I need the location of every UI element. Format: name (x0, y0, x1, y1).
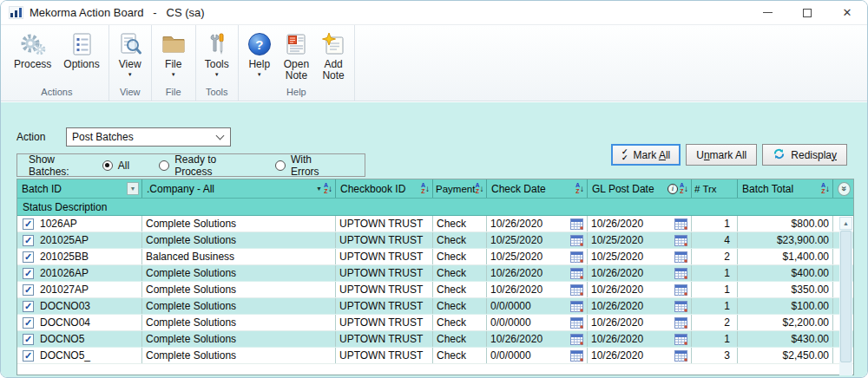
calendar-icon[interactable] (570, 235, 583, 246)
help-label: Help (248, 59, 270, 70)
redisplay-button[interactable]: Redisplay (762, 144, 847, 166)
ribbon-group-help: ? Help ▼ OpenNote (239, 25, 355, 101)
options-button[interactable]: Options (57, 25, 105, 84)
checkbook-cell: UPTOWN TRUST (336, 216, 433, 231)
status-description-row: Status Description (17, 199, 853, 216)
help-button[interactable]: ? Help ▼ (241, 25, 278, 84)
vertical-scrollbar[interactable]: ▲ (839, 217, 852, 375)
trx-cell: 1 (692, 298, 738, 314)
unmark-all-label: Unmark All (696, 149, 746, 161)
row-checkbox[interactable]: ✓ (23, 350, 34, 362)
row-checkbox[interactable]: ✓ (23, 317, 34, 329)
maximize-button[interactable] (787, 1, 827, 24)
calendar-icon[interactable] (570, 334, 583, 345)
table-row[interactable]: ✓DOCNO03Complete SolutionsUPTOWN TRUSTCh… (17, 298, 853, 315)
column-header-batch-total[interactable]: Batch Total AZ↓ (738, 179, 833, 198)
company-cell: Complete Solutions (142, 232, 336, 248)
column-header-check-date[interactable]: Check Date AZ↓ (487, 179, 588, 198)
sort-icon[interactable]: AZ↓ (680, 183, 688, 194)
tools-dropdown-caret-icon: ▼ (214, 72, 220, 78)
company-dropdown-caret-icon[interactable]: ▼ (316, 186, 322, 192)
unmark-all-button[interactable]: Unmark All (686, 144, 757, 166)
sort-icon[interactable]: AZ↓ (421, 183, 430, 194)
table-row[interactable]: ✓201025BBBalanced BusinessUPTOWN TRUSTCh… (17, 249, 853, 265)
calendar-icon[interactable] (570, 218, 583, 230)
calendar-icon[interactable] (674, 284, 687, 296)
info-icon[interactable]: i (667, 184, 678, 194)
close-button[interactable]: ✕ (827, 1, 867, 24)
process-button[interactable]: Process (8, 25, 57, 84)
ribbon-group-view: View ▼ View (109, 25, 152, 101)
action-combobox[interactable]: Post Batches (66, 127, 231, 147)
calendar-icon[interactable] (674, 350, 687, 362)
radio-with-errors[interactable]: With Errors (275, 153, 335, 178)
tools-button[interactable]: Tools ▼ (199, 25, 235, 84)
table-row[interactable]: ✓DOCNO5_Complete SolutionsUPTOWN TRUSTCh… (17, 348, 853, 364)
calendar-icon[interactable] (674, 301, 687, 312)
batch-total-header-label: Batch Total (742, 183, 793, 195)
title-bar: Mekorma Action Board - CS (sa) ✕ (1, 1, 867, 25)
batch-id-value: 201025BB (40, 251, 89, 263)
payment-cell: Check (433, 282, 487, 297)
gl-post-date-cell: 10/26/2020 (588, 265, 692, 281)
row-checkbox[interactable]: ✓ (23, 235, 34, 246)
sort-icon[interactable]: AZ↓ (821, 183, 830, 194)
row-checkbox[interactable]: ✓ (23, 334, 34, 345)
minimize-button[interactable] (747, 1, 787, 24)
calendar-icon[interactable] (570, 317, 583, 329)
row-checkbox[interactable]: ✓ (23, 301, 34, 312)
column-header-expand[interactable]: » (833, 179, 853, 198)
table-row[interactable]: ✓201027APComplete SolutionsUPTOWN TRUSTC… (17, 282, 853, 298)
add-note-button[interactable]: AddNote (315, 25, 352, 84)
calendar-icon[interactable] (674, 235, 687, 246)
calendar-icon[interactable] (674, 317, 687, 329)
column-header-company[interactable]: .Company - All ▼ AZ↓ (142, 179, 336, 198)
radio-all-icon (102, 160, 113, 171)
sort-icon[interactable]: AZ↓ (324, 183, 332, 194)
calendar-icon[interactable] (570, 284, 583, 296)
column-header-trx[interactable]: # Trx (692, 179, 738, 198)
row-checkbox[interactable]: ✓ (23, 284, 34, 296)
table-row[interactable]: ✓DOCNO5Complete SolutionsUPTOWN TRUSTChe… (17, 331, 853, 348)
table-row[interactable]: ✓201025APComplete SolutionsUPTOWN TRUSTC… (17, 232, 853, 249)
batch-id-value: 1026AP (40, 218, 77, 230)
file-button[interactable]: File ▼ (155, 25, 193, 84)
check-date-cell: 10/26/2020 (487, 216, 588, 231)
column-header-gl-post-date[interactable]: GL Post Date i AZ↓ (588, 179, 692, 198)
calendar-icon[interactable] (570, 251, 583, 263)
calendar-icon[interactable] (674, 334, 687, 345)
open-note-button[interactable]: OpenNote (278, 25, 315, 84)
column-header-payment[interactable]: Payment AZ↓ (433, 179, 487, 198)
calendar-icon[interactable] (674, 268, 687, 279)
scrollbar-thumb[interactable] (840, 231, 852, 362)
column-header-batch-id[interactable]: Batch ID ▼ (17, 179, 142, 198)
calendar-icon[interactable] (570, 268, 583, 279)
calendar-icon[interactable] (570, 350, 583, 362)
view-button[interactable]: View ▼ (112, 25, 148, 84)
row-checkbox[interactable]: ✓ (23, 218, 34, 230)
table-row[interactable]: ✓DOCNO04Complete SolutionsUPTOWN TRUSTCh… (17, 315, 853, 331)
sort-icon[interactable]: AZ↓ (575, 183, 584, 194)
radio-all[interactable]: All (102, 160, 129, 172)
row-checkbox[interactable]: ✓ (23, 251, 34, 263)
table-row[interactable]: ✓201026APComplete SolutionsUPTOWN TRUSTC… (17, 265, 853, 282)
action-label: Action (16, 131, 66, 143)
row-checkbox[interactable]: ✓ (23, 268, 34, 279)
calendar-icon[interactable] (674, 251, 687, 263)
file-folder-icon (161, 29, 187, 59)
app-chart-icon (9, 6, 23, 19)
show-batches-label: Show Batches: (29, 153, 90, 178)
column-header-checkbook-id[interactable]: Checkbook ID AZ↓ (336, 179, 433, 198)
mark-all-button[interactable]: ✓✓ Mark All (611, 144, 681, 166)
expand-double-chevron-icon[interactable]: » (838, 182, 851, 196)
check-date-header-label: Check Date (491, 183, 546, 195)
filter-icon[interactable]: ▼ (127, 182, 139, 195)
calendar-icon[interactable] (674, 218, 687, 230)
group-label-help: Help (241, 84, 352, 101)
sort-icon[interactable]: AZ↓ (475, 183, 483, 194)
scroll-up-button[interactable]: ▲ (839, 217, 852, 230)
radio-ready-to-process[interactable]: Ready to Process (159, 153, 246, 178)
calendar-icon[interactable] (570, 301, 583, 312)
table-row[interactable]: ✓1026APComplete SolutionsUPTOWN TRUSTChe… (17, 216, 853, 232)
checkbook-cell: UPTOWN TRUST (336, 331, 433, 347)
